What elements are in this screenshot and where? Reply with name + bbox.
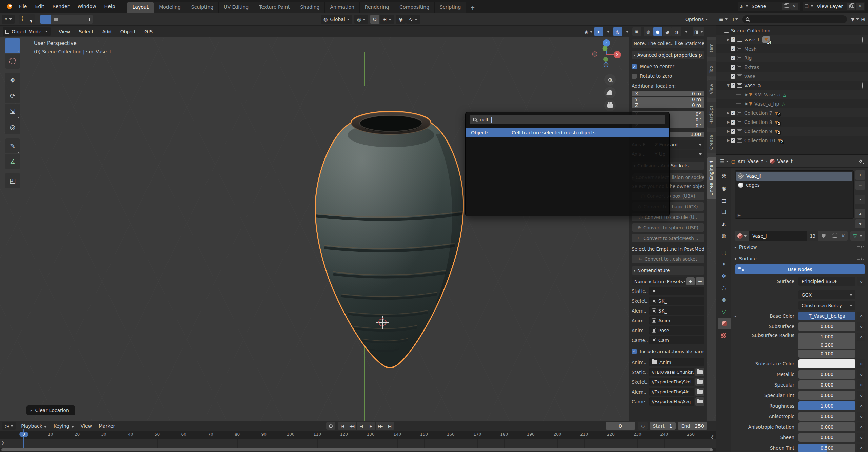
menu-file[interactable]: File	[16, 2, 30, 11]
param-value-field[interactable]: 0.100	[798, 350, 855, 358]
current-frame-field[interactable]: 0	[606, 422, 635, 430]
gizmos-dropdown[interactable]	[604, 27, 613, 36]
view-layer-selector[interactable]: ❑ View Layer ✕	[803, 2, 865, 11]
view-layer-name[interactable]: View Layer	[813, 4, 846, 9]
param-decorator[interactable]: o	[857, 370, 865, 379]
workspace-tab-modeling[interactable]: Modeling	[154, 2, 186, 13]
link-filter-dropdown[interactable]: ▽	[850, 231, 865, 241]
nomenclature-presets-dropdown[interactable]: Nomenclature Presets	[632, 277, 685, 285]
param-value-field[interactable]: 0.000	[798, 370, 855, 379]
render-pass-dropdown[interactable]: ◨	[693, 27, 704, 36]
sidebar-tab-create[interactable]: Create	[707, 132, 716, 153]
sidebar-tab-hardops[interactable]: HardOps	[707, 102, 716, 128]
mode-selector[interactable]: Object Mode	[3, 27, 51, 36]
pivot-point-dropdown[interactable]: ◎	[354, 15, 368, 24]
timeline-track[interactable]	[0, 439, 716, 448]
prefix-field-0[interactable]	[649, 287, 704, 295]
frame-end-field[interactable]: End250	[678, 422, 707, 430]
param-decorator[interactable]: o	[857, 333, 865, 341]
menu-render[interactable]: Render	[49, 2, 73, 11]
outliner-row-scene-collection[interactable]: Scene Collection	[716, 26, 868, 35]
material-browse-dropdown[interactable]	[735, 231, 749, 241]
outliner-row-rig[interactable]: ✓Rig	[716, 53, 868, 62]
collection-checkbox[interactable]: ✓	[731, 46, 735, 51]
timeline-ruler[interactable]: 0102030405060708090100110120130140150160…	[0, 431, 716, 439]
sidebar-tab-item[interactable]: Item	[707, 40, 716, 57]
surface-decorator[interactable]: o	[857, 277, 865, 286]
prefix-field-1[interactable]: SK_	[649, 297, 704, 305]
sidebar-tab-unreal-engine-4[interactable]: Unreal Engine 4	[707, 157, 716, 199]
workspace-add-button[interactable]: +	[466, 2, 479, 13]
filter-type-dropdown[interactable]: ❑	[730, 17, 738, 22]
camera-view-button[interactable]	[604, 100, 616, 111]
timeline-expand-icon[interactable]: ❯	[1, 440, 4, 445]
timeline-scrollbar[interactable]	[1, 448, 713, 451]
include-armature-checkbox[interactable]: ✓	[632, 349, 637, 354]
param-decorator[interactable]: o	[857, 433, 865, 442]
expand-icon[interactable]: ▸	[735, 314, 740, 318]
timeline-menu-marker[interactable]: Marker	[96, 422, 118, 430]
visibility-dropdown[interactable]: ◉	[583, 27, 593, 36]
path-field-2[interactable]: //ExportedFbx\Ale..	[649, 388, 694, 396]
workspace-tab-scripting[interactable]: Scripting	[435, 2, 466, 13]
display-mode-dropdown[interactable]: ≡	[719, 17, 728, 22]
outliner-row-extras[interactable]: ✓Extras	[716, 62, 868, 72]
expander-icon[interactable]: ▶	[744, 93, 749, 96]
search-result-row[interactable]: Object: Cell fracture selected mesh obje…	[466, 128, 669, 137]
collection-checkbox[interactable]: ✓	[731, 120, 735, 125]
tool-measure[interactable]: ∡	[5, 154, 20, 169]
workspace-tab-texture-paint[interactable]: Texture Paint	[254, 2, 295, 13]
properties-tab-scene[interactable]: ◭	[716, 218, 731, 230]
anim-folder-field[interactable]: Anim	[649, 358, 704, 366]
preview-panel-header[interactable]: ▸Preview	[735, 242, 865, 252]
scene-selector[interactable]: ◭ Scene ✕	[738, 2, 800, 11]
param-decorator[interactable]: o	[857, 391, 865, 400]
outliner-row-sm_vase_a[interactable]: ▶▼SM_Vase_a△	[716, 90, 868, 99]
outliner-row-mesh[interactable]: ✓Mesh	[716, 44, 868, 53]
material-name-field[interactable]: Vase_f	[749, 231, 807, 241]
material-slot-edges[interactable]: edges	[736, 181, 852, 189]
proportional-falloff-dropdown[interactable]: ∿	[406, 15, 420, 24]
jump-to-start-button[interactable]: |◀	[338, 422, 347, 430]
expander-icon[interactable]: ▶	[726, 129, 731, 133]
properties-tab-data[interactable]: ▽	[716, 306, 731, 318]
properties-tab-render[interactable]: ◉	[716, 182, 731, 194]
path-field-0[interactable]: //FBX\VaseFChunks\	[649, 368, 694, 376]
param-decorator[interactable]: o	[857, 412, 865, 421]
timeline-collapse-icon[interactable]: ❮	[711, 435, 714, 439]
expander-icon[interactable]: ▶	[744, 102, 749, 106]
menu-help[interactable]: Help	[101, 2, 119, 11]
snap-toggle[interactable]: Ω	[370, 15, 379, 24]
current-frame-indicator[interactable]: 0	[19, 432, 28, 437]
slot-list-expander[interactable]: ▶	[738, 213, 741, 217]
workspace-tab-rendering[interactable]: Rendering	[360, 2, 395, 13]
convert-button-4[interactable]: ∟Convert to StaticMesh ..	[632, 234, 704, 242]
new-material-button[interactable]	[829, 231, 839, 241]
slot-add-button[interactable]: +	[855, 170, 865, 180]
properties-tab-object[interactable]: ▢	[716, 246, 731, 258]
play-button[interactable]: ▶	[366, 422, 375, 430]
snap-target-dropdown[interactable]: ⊞	[380, 15, 394, 24]
tool-rotate[interactable]: ⟳	[5, 88, 20, 103]
param-value-field[interactable]: 0.000	[798, 391, 855, 400]
viewport-menu-add[interactable]: Add	[99, 27, 115, 36]
param-value-field[interactable]: 0.500	[798, 444, 855, 452]
blender-logo-icon[interactable]	[4, 4, 12, 9]
path-browse-button-2[interactable]	[695, 388, 704, 396]
move-to-center-checkbox[interactable]: ✓	[632, 64, 637, 69]
color-swatch[interactable]	[798, 359, 855, 368]
param-decorator[interactable]: o	[857, 322, 865, 331]
slot-move-up-button[interactable]: ▲	[855, 209, 865, 218]
timeline-menu-view[interactable]: View	[78, 422, 95, 430]
workspace-tab-layout[interactable]: Layout	[127, 2, 154, 13]
navigation-gizmo[interactable]: Z X	[591, 39, 622, 70]
param-decorator[interactable]: o	[857, 444, 865, 452]
select-mode-subtract[interactable]	[61, 15, 72, 24]
sidebar-tab-tool[interactable]: Tool	[707, 61, 716, 76]
properties-tab-particles[interactable]: ✻	[716, 270, 731, 282]
frame-start-field[interactable]: Start1	[650, 422, 676, 430]
param-value-field[interactable]: 0.000	[798, 422, 855, 431]
prefix-field-2[interactable]: SK_	[649, 306, 704, 315]
param-value-field[interactable]: 0.000	[798, 433, 855, 442]
use-nodes-button[interactable]: Use Nodes	[735, 264, 865, 274]
